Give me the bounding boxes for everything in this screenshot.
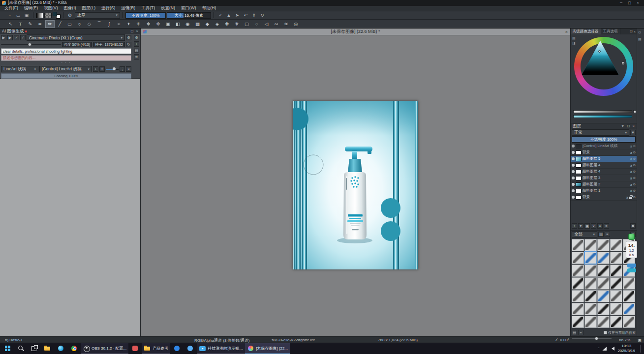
transform-tool[interactable]: ❖ xyxy=(144,20,153,28)
close-docker-icon[interactable]: × xyxy=(633,124,635,128)
edit-shapes-tool[interactable]: ✎ xyxy=(26,20,35,28)
alpha-inherit-icon[interactable]: a xyxy=(630,157,632,161)
brush-preset-cell[interactable] xyxy=(597,290,610,302)
quick-value[interactable]: 14. xyxy=(627,242,636,248)
zoom-slider[interactable] xyxy=(572,338,612,339)
style-preset-dropdown[interactable]: Cinematic Photo (XL) (Copy)▾ xyxy=(27,34,125,41)
menu-item[interactable]: 文件(F) xyxy=(1,5,21,11)
freehand-brush-tool[interactable]: ✏ xyxy=(45,20,55,28)
opacity-slider[interactable]: 不透明度: 100% xyxy=(125,12,166,19)
smart-patch-tool[interactable]: ✚ xyxy=(222,20,232,28)
brush-preset-cell[interactable] xyxy=(610,303,622,315)
search-in-group-checkbox[interactable] xyxy=(604,331,607,334)
strength-value[interactable]: 强度 50% (4/13) xyxy=(62,42,92,47)
quick-value[interactable]: 1.2 xyxy=(627,248,636,253)
layer-options-icon[interactable]: ⊙ xyxy=(633,195,636,199)
slider-handle[interactable] xyxy=(28,43,31,46)
brush-preset-cell[interactable] xyxy=(584,303,597,315)
brush-preset-cell[interactable] xyxy=(610,277,622,290)
brush-preset-cell[interactable] xyxy=(623,290,635,302)
foreground-background-swatch[interactable] xyxy=(53,12,61,19)
edit-brush-settings-icon[interactable]: ⚙ xyxy=(66,12,74,19)
layer-blend-mode-dropdown[interactable]: 正常▾ xyxy=(572,129,629,136)
brush-preset-cell[interactable] xyxy=(623,303,635,315)
zoom-slider-handle[interactable] xyxy=(595,337,598,340)
brush-preset-cell[interactable] xyxy=(584,290,597,302)
layer-row[interactable]: 颜料图层 5 a ⊙ xyxy=(571,156,637,162)
chrome-browser-button[interactable] xyxy=(67,343,81,354)
more-options-icon[interactable]: ⋮ xyxy=(120,66,125,72)
layer-visibility-toggle[interactable] xyxy=(572,157,575,160)
crop-tool[interactable]: ▣ xyxy=(163,20,173,28)
hue-marker[interactable] xyxy=(622,62,624,64)
brush-preset-cell[interactable] xyxy=(572,316,584,328)
fill-tool[interactable]: ◆ xyxy=(203,20,212,28)
rectangle-tool[interactable]: ▭ xyxy=(65,20,74,28)
tray-network-icon[interactable] xyxy=(602,347,607,351)
elliptical-selection-tool[interactable]: ◌ xyxy=(252,20,261,28)
remove-control-button[interactable]: × xyxy=(126,66,131,72)
enclose-fill-tool[interactable]: ◈ xyxy=(213,20,222,28)
line-tool[interactable]: ╱ xyxy=(55,20,64,28)
tray-clock[interactable]: 10:13 2025/3/19 xyxy=(617,344,635,354)
ai-settings-icon[interactable]: ⚙ xyxy=(134,35,139,40)
ai-queue-icon[interactable]: ≋ xyxy=(134,54,139,59)
brush-preset-cell[interactable] xyxy=(584,239,597,251)
detail-button[interactable]: ▲ xyxy=(225,12,233,19)
close-docker-icon[interactable]: × xyxy=(634,30,636,33)
brush-size-slider[interactable]: 大小: 16.49 像素 xyxy=(167,12,211,19)
new-document-button[interactable]: ▫ xyxy=(6,12,14,19)
brush-preset-cell[interactable] xyxy=(584,316,597,328)
tray-chevron-icon[interactable]: ˆ xyxy=(598,347,600,351)
alpha-inherit-icon[interactable]: a xyxy=(630,145,632,148)
menu-item[interactable]: 视图(V) xyxy=(41,5,61,11)
menu-item[interactable]: 选择(S) xyxy=(98,5,118,11)
confirm-button[interactable]: ✓ xyxy=(20,35,26,40)
close-button[interactable]: × xyxy=(634,1,642,5)
seed-value[interactable]: 种子: 137648132 xyxy=(93,42,125,47)
brush-preset-cell[interactable] xyxy=(572,303,584,315)
alpha-inherit-icon[interactable]: a xyxy=(630,170,632,174)
add-layer-menu-button[interactable]: ▾ xyxy=(578,223,583,229)
brush-preset-cell[interactable] xyxy=(623,316,635,328)
menu-item[interactable]: 工具(T) xyxy=(138,5,158,11)
tab-advanced-color-selector[interactable]: 高级颜色选择器 xyxy=(571,29,601,34)
layer-visibility-toggle[interactable] xyxy=(572,145,575,148)
tab-tool-options[interactable]: 工具选项 xyxy=(601,29,620,34)
selector-shape-icon[interactable]: ▤ xyxy=(572,36,576,40)
select-shapes-tool[interactable]: ↖ xyxy=(6,20,15,28)
layer-row[interactable]: 背景 a ⊙ xyxy=(571,149,637,156)
alpha-inherit-icon[interactable]: a xyxy=(630,164,632,167)
polygonal-selection-tool[interactable]: ◁ xyxy=(262,20,271,28)
gradient-swatch[interactable] xyxy=(36,13,43,18)
menu-item[interactable]: 帮助(H) xyxy=(199,5,219,11)
menu-item[interactable]: 图层(L) xyxy=(79,5,98,11)
tray-volume-icon[interactable] xyxy=(610,347,614,351)
brush-preset-cell[interactable] xyxy=(597,316,610,328)
layer-options-icon[interactable]: ⊙ xyxy=(633,157,636,161)
multibrush-tool[interactable]: ✳ xyxy=(134,20,143,28)
move-layer-down-button[interactable]: ∨ xyxy=(591,223,596,229)
menu-item[interactable]: 设置(N) xyxy=(158,5,178,11)
brush-preset-cell[interactable] xyxy=(597,265,610,277)
queue-button[interactable]: ▶ xyxy=(7,35,13,40)
layer-row[interactable]: 颜料图层 3 a ⊙ xyxy=(571,175,637,181)
brush-view-mode-icon[interactable]: ▤ xyxy=(598,232,604,237)
colorize-mask-tool[interactable]: ❋ xyxy=(232,20,242,28)
pin-docker-icon[interactable]: ⊙ xyxy=(638,30,641,34)
selector-settings-icon[interactable]: ◨ xyxy=(572,41,576,45)
fullscreen-canvas-icon[interactable]: ▣ xyxy=(638,338,642,342)
menu-item[interactable]: 编辑(E) xyxy=(21,5,41,11)
pattern-swatch[interactable] xyxy=(44,13,52,18)
hue-gradient-bar[interactable] xyxy=(573,115,632,118)
calligraphy-tool[interactable]: ✒ xyxy=(35,20,45,28)
layer-name[interactable]: 背景 xyxy=(583,150,629,155)
quick-chip-icon[interactable] xyxy=(627,264,636,267)
color-sampler-tool[interactable]: ◉ xyxy=(183,20,192,28)
layer-name[interactable]: [Control] LineArt 线稿 xyxy=(583,144,629,148)
layer-dropdown[interactable]: LineArt 线稿▾ xyxy=(1,66,38,72)
layer-visibility-toggle[interactable] xyxy=(572,183,575,186)
layer-visibility-toggle[interactable] xyxy=(572,170,575,173)
brush-preset-cell[interactable] xyxy=(597,277,610,290)
freehand-path-tool[interactable]: ≈ xyxy=(114,20,123,28)
